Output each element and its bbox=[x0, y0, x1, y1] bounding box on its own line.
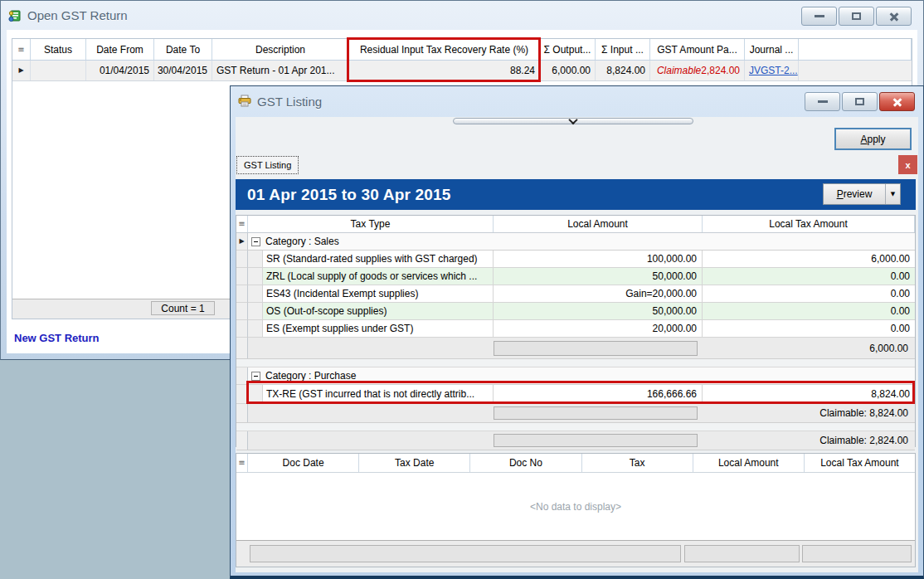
minimize-button[interactable] bbox=[801, 7, 837, 26]
tax-row-os[interactable]: OS (Out-of-scope supplies) 50,000.00 0.0… bbox=[236, 303, 915, 320]
open-gst-return-titlebar[interactable]: Open GST Return bbox=[1, 1, 923, 30]
column-header-doc-no[interactable]: Doc No bbox=[470, 454, 581, 472]
cell-residual-rate: 88.24 bbox=[349, 61, 540, 80]
collapse-group-icon[interactable] bbox=[251, 237, 260, 246]
row-pointer-icon: ▶ bbox=[18, 67, 23, 74]
report-period-title: 01 Apr 2015 to 30 Apr 2015 bbox=[236, 186, 451, 204]
cell-local-amount: 100,000.00 bbox=[494, 251, 703, 268]
column-header-sum-input[interactable]: Σ Input ... bbox=[596, 39, 650, 60]
tax-row-sr[interactable]: SR (Standard-rated supplies with GST cha… bbox=[236, 251, 915, 268]
cell-tax-type: OS (Out-of-scope supplies) bbox=[263, 303, 494, 320]
document-detail-grid: ≡ Doc Date Tax Date Doc No Tax Local Amo… bbox=[236, 453, 916, 567]
footer-summary-box bbox=[684, 545, 800, 562]
collapsed-options-splitter[interactable] bbox=[453, 118, 693, 124]
apply-button-accel: A bbox=[860, 134, 867, 145]
column-chooser-button[interactable]: ≡ bbox=[236, 216, 248, 232]
cell-sum-input: 8,824.00 bbox=[596, 61, 650, 80]
close-icon bbox=[889, 12, 899, 22]
column-header-residual-rate[interactable]: Residual Input Tax Recovery Rate (%) bbox=[349, 39, 540, 60]
tax-row-es43[interactable]: ES43 (Incidental Exempt supplies) Gain=2… bbox=[236, 285, 915, 303]
cell-local-tax-amount: 0.00 bbox=[703, 285, 915, 303]
printer-icon bbox=[238, 95, 251, 108]
cell-tax-type: TX-RE (GST incurred that is not directly… bbox=[263, 385, 494, 404]
column-header-doc-date[interactable]: Doc Date bbox=[248, 454, 359, 472]
chevron-down-icon bbox=[568, 115, 577, 124]
group-label: Category : Sales bbox=[265, 236, 339, 247]
close-icon bbox=[892, 97, 902, 107]
collapse-group-icon[interactable] bbox=[251, 372, 260, 381]
tab-gst-listing[interactable]: GST Listing bbox=[236, 156, 299, 174]
column-header-tax-date[interactable]: Tax Date bbox=[359, 454, 470, 472]
cell-tax-type: ES43 (Incidental Exempt supplies) bbox=[263, 285, 494, 303]
close-button[interactable] bbox=[876, 7, 912, 26]
cell-description: GST Return - 01 Apr 201... bbox=[212, 61, 349, 80]
claimable-amount-text: 2,824.00 bbox=[701, 65, 740, 76]
column-header-sum-output[interactable]: Σ Output... bbox=[540, 39, 596, 60]
summary-empty-box bbox=[494, 341, 698, 356]
group-gap bbox=[236, 359, 915, 367]
column-header-local-tax-amount[interactable]: Local Tax Amount bbox=[805, 454, 915, 472]
tax-row-es[interactable]: ES (Exempt supplies under GST) 20,000.00… bbox=[236, 320, 915, 338]
preview-button-label: review bbox=[844, 188, 873, 200]
column-header-date-from[interactable]: Date From bbox=[86, 39, 154, 60]
group-row-sales[interactable]: ▶ Category : Sales bbox=[236, 233, 915, 251]
column-header-date-to[interactable]: Date To bbox=[154, 39, 212, 60]
journal-link[interactable]: JVGST-2... bbox=[749, 65, 798, 76]
preview-button[interactable]: Preview bbox=[824, 184, 885, 204]
cell-local-amount: 166,666.66 bbox=[494, 385, 703, 404]
chevron-down-icon: ▼ bbox=[891, 191, 895, 197]
preview-dropdown-button[interactable]: ▼ bbox=[885, 184, 900, 204]
minimize-icon bbox=[818, 100, 828, 103]
cell-local-amount: Gain=20,000.00 bbox=[494, 285, 703, 303]
preview-split-button[interactable]: Preview ▼ bbox=[823, 183, 901, 205]
apply-button[interactable]: Apply bbox=[834, 128, 912, 150]
cell-local-amount: 50,000.00 bbox=[494, 303, 703, 320]
cell-gst-amount: Claimable2,824.00 bbox=[650, 61, 745, 80]
maximize-button[interactable] bbox=[842, 92, 878, 111]
cell-local-tax-amount: 0.00 bbox=[703, 268, 915, 285]
column-header-tax-type[interactable]: Tax Type bbox=[248, 216, 494, 232]
column-header-description[interactable]: Description bbox=[212, 39, 349, 60]
detail-grid-footer bbox=[236, 540, 915, 567]
tax-row-tx-re[interactable]: TX-RE (GST incurred that is not directly… bbox=[236, 385, 915, 404]
tax-summary-grid: ≡ Tax Type Local Amount Local Tax Amount… bbox=[236, 215, 916, 447]
sales-tax-total: 6,000.00 bbox=[703, 343, 915, 354]
group-row-purchase[interactable]: Category : Purchase bbox=[236, 367, 915, 385]
column-header-local-tax-amount[interactable]: Local Tax Amount bbox=[703, 216, 915, 232]
tab-close-button[interactable]: x bbox=[898, 155, 917, 174]
column-chooser-icon: ≡ bbox=[238, 459, 245, 467]
cell-status bbox=[31, 61, 86, 80]
column-header-gst-amount[interactable]: GST Amount Pa... bbox=[650, 39, 745, 60]
detail-grid-header: ≡ Doc Date Tax Date Doc No Tax Local Amo… bbox=[236, 454, 915, 473]
maximize-button[interactable] bbox=[839, 7, 874, 26]
new-gst-return-link[interactable]: New GST Return bbox=[14, 332, 100, 344]
cell-local-amount: 20,000.00 bbox=[494, 320, 703, 338]
cell-local-tax-amount: 0.00 bbox=[703, 303, 915, 320]
column-header-local-amount[interactable]: Local Amount bbox=[693, 454, 805, 472]
close-button[interactable] bbox=[879, 92, 915, 111]
column-chooser-icon: ≡ bbox=[238, 220, 245, 228]
gst-return-row[interactable]: ▶ 01/04/2015 30/04/2015 GST Return - 01 … bbox=[12, 61, 912, 81]
column-chooser-icon: ≡ bbox=[17, 46, 24, 54]
gst-listing-window: GST Listing Apply GST Listing x 01 Apr 2… bbox=[230, 85, 924, 579]
minimize-button[interactable] bbox=[805, 92, 840, 111]
cell-local-tax-amount: 8,824.00 bbox=[703, 385, 915, 404]
apply-button-label: pply bbox=[868, 134, 886, 145]
row-pointer-icon: ▶ bbox=[239, 238, 244, 245]
row-indicator-cell: ▶ bbox=[236, 233, 248, 251]
cell-tax-form: GST-03 ▼ bbox=[799, 61, 912, 80]
group-gap bbox=[236, 423, 915, 431]
footer-summary-box bbox=[802, 545, 912, 562]
net-claimable-total: Claimable: 2,824.00 bbox=[703, 435, 915, 446]
minimize-icon bbox=[815, 15, 824, 17]
column-chooser-button[interactable]: ≡ bbox=[12, 39, 31, 60]
column-header-journal[interactable]: Journal ... bbox=[745, 39, 799, 60]
detail-grid-empty-area: <No data to display> bbox=[236, 473, 915, 540]
column-header-tax[interactable]: Tax bbox=[582, 454, 693, 472]
column-header-status[interactable]: Status bbox=[31, 39, 86, 60]
cell-tax-type: ZRL (Local supply of goods or services w… bbox=[263, 268, 494, 285]
tax-row-zrl[interactable]: ZRL (Local supply of goods or services w… bbox=[236, 268, 915, 285]
claimable-status-text: Claimable bbox=[657, 65, 701, 76]
column-chooser-button[interactable]: ≡ bbox=[236, 454, 248, 472]
column-header-local-amount[interactable]: Local Amount bbox=[494, 216, 703, 232]
